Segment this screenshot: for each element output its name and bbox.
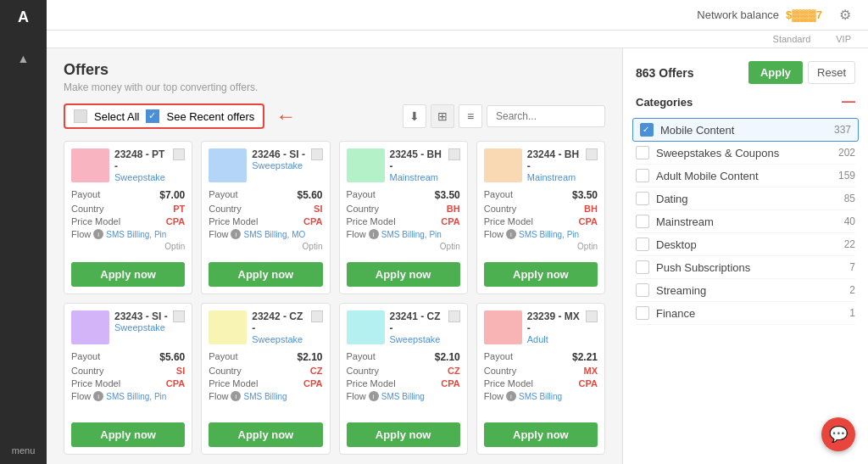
offer-checkbox[interactable] <box>586 310 598 322</box>
category-item[interactable]: Adult Mobile Content 159 <box>636 165 855 187</box>
category-item[interactable]: Finance 1 <box>636 302 855 325</box>
reset-button[interactable]: Reset <box>808 61 855 84</box>
apply-now-button[interactable]: Apply now <box>209 422 322 447</box>
apply-now-button[interactable]: Apply now <box>484 422 598 447</box>
apply-now-button[interactable]: Apply now <box>347 422 460 447</box>
payout-label: Payout <box>71 351 100 363</box>
collapse-icon[interactable]: — <box>842 94 855 109</box>
offer-checkbox[interactable] <box>448 310 460 322</box>
chat-bubble[interactable]: 💬 <box>821 417 855 451</box>
payout-label: Payout <box>484 189 513 201</box>
page-subtitle: Make money with our top converting offer… <box>64 81 605 93</box>
offer-details: Payout $2.21 Country MX Price Model CPA … <box>477 351 604 422</box>
price-model-row: Price Model CPA <box>347 216 460 226</box>
offer-thumbnail <box>484 148 522 182</box>
category-checkbox[interactable] <box>636 146 649 159</box>
offer-checkbox[interactable] <box>173 148 185 160</box>
offer-info: 23245 - BH - Mainstream <box>390 148 443 182</box>
optin-tag: Optin <box>347 242 460 251</box>
country-row: Country MX <box>484 366 598 376</box>
offer-card: 23242 - CZ - Sweepstake Payout $2.10 Cou… <box>201 303 330 455</box>
flow-label: Flow <box>71 229 91 239</box>
offer-info: 23248 - PT - Sweepstake <box>114 148 168 182</box>
category-item[interactable]: Sweepstakes & Coupons 202 <box>636 142 855 165</box>
network-balance: Network balance $▓▓▓7 <box>697 8 822 21</box>
category-name: Desktop <box>656 238 837 251</box>
apply-now-button[interactable]: Apply now <box>484 262 598 287</box>
category-item[interactable]: Desktop 22 <box>636 233 855 256</box>
offer-header: 23241 - CZ - Sweepstake <box>340 304 467 351</box>
payout-row: Payout $5.60 <box>209 189 322 201</box>
offer-checkbox[interactable] <box>311 310 323 322</box>
category-checkbox[interactable] <box>636 306 649 320</box>
apply-now-button[interactable]: Apply now <box>71 262 185 287</box>
offer-details: Payout $2.10 Country CZ Price Model CPA … <box>202 351 329 422</box>
offer-id: 23242 - CZ - <box>252 310 305 334</box>
page-title: Offers <box>64 61 605 79</box>
category-item[interactable]: Push Subscriptions 7 <box>636 256 855 279</box>
flow-info-icon: i <box>506 391 516 401</box>
offer-info: 23244 - BH - Mainstream <box>527 148 581 182</box>
sidebar-menu-label[interactable]: menu <box>12 445 36 464</box>
offer-checkbox[interactable] <box>173 310 185 322</box>
offer-checkbox[interactable] <box>586 148 598 160</box>
apply-now-button[interactable]: Apply now <box>209 262 322 287</box>
category-checkbox[interactable] <box>640 123 654 137</box>
offer-card: 23245 - BH - Mainstream Payout $3.50 Cou… <box>339 141 468 294</box>
category-item[interactable]: Streaming 2 <box>636 279 855 302</box>
category-name: Streaming <box>656 284 843 297</box>
payout-row: Payout $2.21 <box>484 351 598 363</box>
download-btn[interactable]: ⬇ <box>403 104 426 128</box>
category-checkbox[interactable] <box>636 260 649 274</box>
category-checkbox[interactable] <box>636 238 649 251</box>
offer-id: 23248 - PT - <box>114 148 168 172</box>
offer-card: 23243 - SI - Sweepstake Payout $5.60 Cou… <box>64 303 192 455</box>
flow-info-icon: i <box>231 391 241 401</box>
see-recent-checkbox[interactable] <box>146 109 159 123</box>
apply-now-button[interactable]: Apply now <box>347 262 460 287</box>
category-checkbox[interactable] <box>636 283 649 297</box>
price-model-row: Price Model CPA <box>209 378 322 389</box>
search-input[interactable] <box>487 105 605 127</box>
select-area[interactable]: Select All See Recent offers <box>64 103 264 129</box>
category-checkbox[interactable] <box>636 192 649 205</box>
sidebar-collapse[interactable]: ▲ <box>18 52 30 65</box>
flow-info-icon: i <box>93 229 103 239</box>
price-model-label: Price Model <box>347 216 396 226</box>
category-name: Dating <box>656 193 837 205</box>
offer-checkbox[interactable] <box>448 148 460 160</box>
payout-value: $5.60 <box>159 351 185 363</box>
price-model-value: CPA <box>441 216 459 226</box>
gear-icon[interactable]: ⚙ <box>839 7 851 23</box>
grid-view-btn[interactable]: ⊞ <box>431 104 454 128</box>
payout-label: Payout <box>347 189 376 201</box>
country-row: Country SI <box>209 204 322 214</box>
filter-actions: Apply Reset <box>748 61 855 84</box>
offer-thumbnail <box>71 148 109 182</box>
offer-type: Mainstream <box>390 172 443 182</box>
flow-info-icon: i <box>231 229 241 239</box>
category-item[interactable]: Mainstream 40 <box>636 210 855 233</box>
flow-row: Flow i SMS Billing, Pin <box>484 229 598 239</box>
offer-thumbnail <box>71 310 109 344</box>
country-label: Country <box>484 204 517 214</box>
category-count: 40 <box>844 215 855 227</box>
category-item[interactable]: Mobile Content 337 <box>632 118 859 142</box>
category-item[interactable]: Dating 85 <box>636 187 855 210</box>
flow-label: Flow <box>484 229 504 239</box>
offer-details: Payout $5.60 Country SI Price Model CPA … <box>202 189 329 262</box>
balance-amount: $▓▓▓7 <box>786 8 822 21</box>
category-checkbox[interactable] <box>636 169 649 182</box>
select-all-label: Select All <box>94 110 139 123</box>
select-all-checkbox[interactable] <box>74 109 87 123</box>
offer-id: 23244 - BH - <box>527 148 581 172</box>
payout-row: Payout $2.10 <box>347 351 460 363</box>
category-checkbox[interactable] <box>636 215 649 228</box>
offers-count-row: 863 Offers Apply Reset <box>636 61 855 84</box>
apply-now-button[interactable]: Apply now <box>71 422 185 447</box>
list-view-btn[interactable]: ≡ <box>459 104 482 128</box>
offer-checkbox[interactable] <box>311 148 323 160</box>
apply-filter-button[interactable]: Apply <box>748 61 803 84</box>
price-model-value: CPA <box>303 378 322 389</box>
price-model-label: Price Model <box>347 378 396 389</box>
